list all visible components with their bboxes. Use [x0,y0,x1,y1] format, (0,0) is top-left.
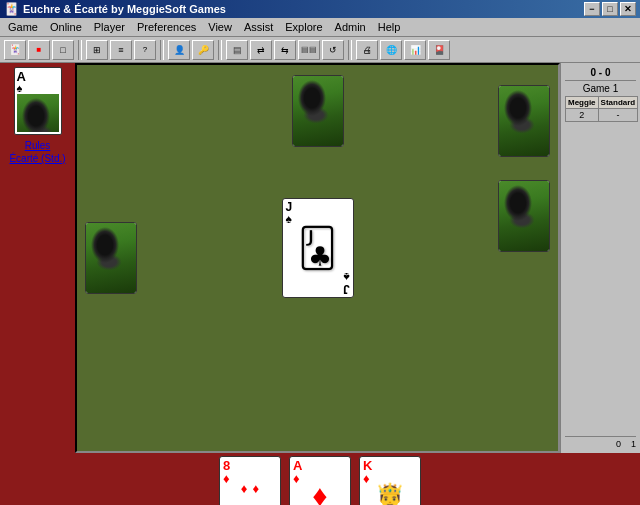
score-col1-header: Meggie [566,97,599,109]
tb-btn5[interactable]: 🔑 [192,40,214,60]
tb-btn6[interactable]: ▤ [226,40,248,60]
variant-link[interactable]: Écarté (Std.) [9,152,65,165]
tb-sep1 [78,40,82,60]
score-row1-c2: - [598,109,638,122]
tb-btn4[interactable]: 👤 [168,40,190,60]
score-row1-c1: 2 [566,109,599,122]
rules-link[interactable]: Rules [9,139,65,152]
opponent-left-card [85,222,137,294]
sidebar-links: Rules Écarté (Std.) [9,139,65,165]
menu-bar: Game Online Player Preferences View Assi… [0,18,640,37]
opponent-top-card [292,75,344,147]
player-hand: 8 ♦ 8♦ ♦ ♦ ♦ ♦ A ♦ A♦ ♦ K ♦ K♦ 🤴 [0,453,640,505]
menu-game[interactable]: Game [2,18,44,36]
tb-save[interactable]: □ [52,40,74,60]
tb-btn13[interactable]: 📊 [404,40,426,60]
score-header: 0 - 0 [565,67,636,81]
title-bar: 🃏 Euchre & Écarté by MeggieSoft Games − … [0,0,640,18]
card-ace-rank: A [293,459,302,472]
tb-sep4 [348,40,352,60]
jack-face: 🃛 [283,213,353,283]
score-row2-c2: 1 [631,439,636,449]
tb-btn1[interactable]: ⊞ [86,40,108,60]
card-ace-center: ♦ [312,479,327,506]
app-icon: 🃏 [4,2,19,16]
card-king-suit: ♦ [363,472,372,485]
menu-online[interactable]: Online [44,18,88,36]
score-panel: 0 - 0 Game 1 Meggie Standard 2 - 0 1 [560,63,640,453]
maximize-button[interactable]: □ [602,2,618,16]
tb-sep3 [218,40,222,60]
opponent-right-bottom-card [498,180,550,252]
tb-sep2 [160,40,164,60]
menu-admin[interactable]: Admin [329,18,372,36]
card-ace-diamonds[interactable]: A ♦ A♦ ♦ [289,456,351,506]
tb-btn9[interactable]: ▤▤ [298,40,320,60]
toolbar: 🃏 ■ □ ⊞ ≡ ? 👤 🔑 ▤ ⇄ ⇆ ▤▤ ↺ 🖨 🌐 📊 🎴 [0,37,640,63]
tb-btn12[interactable]: 🌐 [380,40,402,60]
tb-btn14[interactable]: 🎴 [428,40,450,60]
menu-view[interactable]: View [202,18,238,36]
menu-player[interactable]: Player [88,18,131,36]
card-king-center: 🤴 [375,482,405,506]
tb-open[interactable]: ■ [28,40,50,60]
minimize-button[interactable]: − [584,2,600,16]
card-king-rank: K [363,459,372,472]
game-area: A ♠ Rules Écarté (Std.) [0,63,640,453]
menu-explore[interactable]: Explore [279,18,328,36]
opponent-right-top-card [498,85,550,157]
game-table: J♠ 🃛 J♠ [75,63,560,453]
card-8-rank: 8 [223,459,230,472]
jack-of-spades-card: J♠ 🃛 J♠ [282,198,354,298]
close-button[interactable]: ✕ [620,2,636,16]
window-title: Euchre & Écarté by MeggieSoft Games [23,3,226,15]
menu-preferences[interactable]: Preferences [131,18,202,36]
score-row2-c1: 0 [616,439,621,449]
card-8-diamonds[interactable]: 8 ♦ 8♦ ♦ ♦ ♦ ♦ [219,456,281,506]
tb-btn8[interactable]: ⇆ [274,40,296,60]
game-label: Game 1 [565,83,636,94]
left-sidebar: A ♠ Rules Écarté (Std.) [0,63,75,453]
tb-btn2[interactable]: ≡ [110,40,132,60]
menu-assist[interactable]: Assist [238,18,279,36]
ace-of-spades-card: A ♠ [14,67,62,135]
tb-btn7[interactable]: ⇄ [250,40,272,60]
score-col2-header: Standard [598,97,638,109]
menu-help[interactable]: Help [372,18,407,36]
tb-btn10[interactable]: ↺ [322,40,344,60]
tb-btn3[interactable]: ? [134,40,156,60]
jack-rank-bottom: J♠ [343,271,350,295]
card-suit-label: ♠ [17,83,26,94]
tb-new[interactable]: 🃏 [4,40,26,60]
card-8-suit: ♦ [223,472,230,485]
card-ace-suit: ♦ [293,472,302,485]
tb-btn11[interactable]: 🖨 [356,40,378,60]
card-king-diamonds[interactable]: K ♦ K♦ 🤴 [359,456,421,506]
score-table: Meggie Standard 2 - [565,96,638,122]
